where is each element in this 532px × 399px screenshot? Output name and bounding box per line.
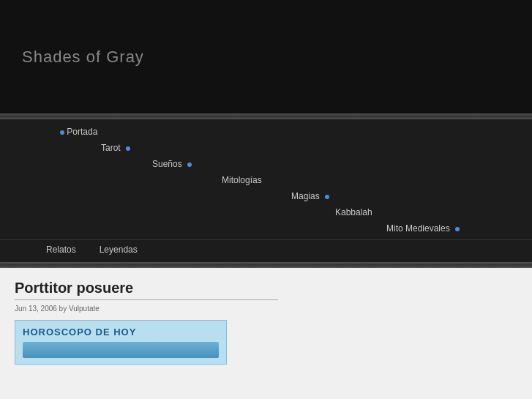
nav-row-7: Mito Medievales [0, 220, 532, 236]
nav-bottom: Relatos Leyendas [0, 239, 532, 259]
nav-row-6: Kabbalah [0, 204, 532, 220]
header: Shades of Gray [0, 0, 532, 113]
nav-row-5: Magias [0, 188, 532, 204]
nav-row-3: Sueños [0, 156, 532, 172]
nav-item-mitologias[interactable]: Mitologías [216, 174, 268, 187]
main-content: Porttitor posuere Jun 13, 2006 by Vulput… [0, 268, 532, 399]
horoscope-widget: HOROSCOPO DE HOY [15, 320, 227, 365]
nav-item-kabbalah[interactable]: Kabbalah [329, 206, 378, 219]
nav-dot [126, 146, 130, 151]
horoscope-title: HOROSCOPO DE HOY [23, 327, 219, 338]
nav-row-4: Mitologías [0, 172, 532, 188]
nav-area: Portada Tarot Sueños Mitologías Magias K… [0, 119, 532, 262]
nav-item-magias[interactable]: Magias [285, 190, 335, 203]
nav-item-suenos[interactable]: Sueños [146, 157, 198, 171]
nav-item-mito-medievales[interactable]: Mito Medievales [381, 222, 465, 235]
nav-item-portada[interactable]: Portada [51, 125, 103, 138]
top-stripe [0, 113, 532, 119]
nav-dot [455, 227, 460, 231]
nav-item-relatos[interactable]: Relatos [40, 243, 82, 256]
nav-row-1: Portada [0, 124, 532, 140]
post-divider [15, 299, 278, 300]
bottom-stripe [0, 262, 532, 268]
horoscope-bar [23, 342, 219, 358]
site-title: Shades of Gray [22, 48, 144, 67]
post-title: Porttitor posuere [15, 280, 517, 297]
post-meta: Jun 13, 2006 by Vulputate [15, 305, 517, 313]
nav-row-2: Tarot [0, 140, 532, 156]
nav-dot [325, 195, 329, 199]
nav-dot [187, 163, 192, 167]
nav-dot [60, 130, 64, 135]
nav-item-leyendas[interactable]: Leyendas [94, 243, 143, 256]
nav-item-tarot[interactable]: Tarot [95, 141, 136, 154]
